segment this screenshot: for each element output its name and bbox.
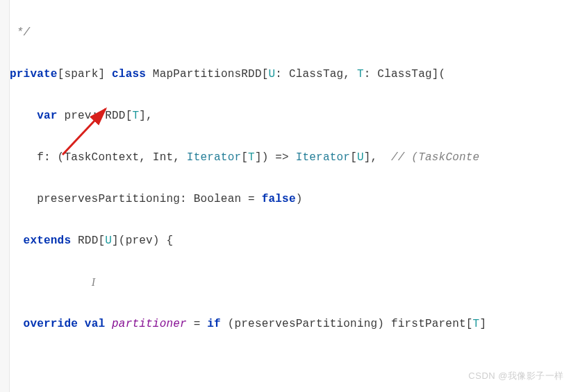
type-u: U: [105, 235, 112, 247]
scope: [spark]: [58, 68, 112, 80]
text: (preservesPartitioning) firstParent[: [221, 318, 473, 330]
type-t: T: [248, 151, 255, 164]
keyword-if: if: [207, 318, 221, 330]
watermark: CSDN @我像影子一样: [468, 366, 564, 386]
type-rdd: RDD: [105, 110, 125, 122]
text: [: [241, 151, 248, 164]
type-iterator: Iterator: [187, 151, 241, 164]
text: =: [187, 318, 207, 330]
comment-end: */: [10, 26, 30, 39]
type-iterator: Iterator: [296, 151, 350, 164]
text: ],: [139, 110, 153, 122]
keyword-extends: extends: [24, 235, 72, 247]
text: ]) =>: [255, 151, 296, 164]
text: : ClassTag](: [364, 68, 446, 80]
keyword-private: private: [10, 68, 58, 80]
text: ](prev) {: [112, 235, 173, 247]
member-partitioner: partitioner: [112, 318, 187, 330]
keyword-val: val: [78, 318, 112, 330]
text: ): [296, 193, 303, 205]
comment: // (TaskConte: [391, 151, 479, 164]
text: ],: [364, 151, 391, 164]
code-editor[interactable]: */ private[spark] class MapPartitionsRDD…: [10, 0, 571, 392]
text: [: [126, 110, 133, 122]
keyword-var: var: [37, 110, 57, 122]
type-t: T: [357, 68, 364, 80]
keyword-class: class: [112, 68, 146, 80]
type-u: U: [357, 151, 364, 164]
text: : ClassTag,: [275, 68, 357, 80]
text: prev:: [58, 110, 106, 122]
text: preservesPartitioning: Boolean =: [10, 193, 262, 205]
text: ]: [479, 318, 486, 330]
keyword-override: override: [24, 318, 78, 330]
type-t: T: [132, 110, 139, 122]
gutter: [0, 0, 10, 392]
class-name: MapPartitionsRDD[: [146, 68, 268, 80]
text-cursor: I: [92, 276, 96, 288]
type-u: U: [269, 68, 276, 80]
text: RDD[: [71, 235, 105, 247]
text: f: (TaskContext, Int,: [10, 151, 187, 164]
type-t: T: [473, 318, 480, 330]
keyword-false: false: [262, 193, 296, 205]
text: [: [350, 151, 357, 164]
